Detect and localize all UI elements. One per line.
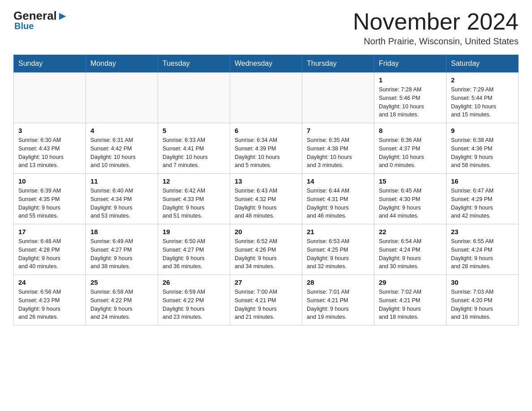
calendar-cell: 27Sunrise: 7:00 AMSunset: 4:21 PMDayligh… [230,275,302,325]
col-header-wednesday: Wednesday [230,55,302,73]
calendar-cell: 9Sunrise: 6:38 AMSunset: 4:36 PMDaylight… [446,123,519,174]
day-number: 2 [451,76,514,84]
day-number: 13 [235,177,297,185]
calendar-cell: 17Sunrise: 6:48 AMSunset: 4:28 PMDayligh… [14,224,86,275]
day-info: Sunrise: 6:36 AMSunset: 4:37 PMDaylight:… [379,136,442,170]
calendar-week-row: 17Sunrise: 6:48 AMSunset: 4:28 PMDayligh… [14,224,519,275]
calendar-cell: 3Sunrise: 6:30 AMSunset: 4:43 PMDaylight… [14,123,86,174]
day-number: 23 [451,228,514,235]
day-info: Sunrise: 6:45 AMSunset: 4:30 PMDaylight:… [379,187,442,220]
month-title: November 2024 [353,9,519,34]
logo: General ► Blue [13,9,69,31]
day-number: 19 [163,228,225,235]
calendar-cell [230,73,302,123]
day-info: Sunrise: 6:56 AMSunset: 4:23 PMDaylight:… [18,288,81,321]
calendar-cell: 8Sunrise: 6:36 AMSunset: 4:37 PMDaylight… [374,123,446,174]
day-info: Sunrise: 7:02 AMSunset: 4:21 PMDaylight:… [379,288,442,321]
calendar-week-row: 10Sunrise: 6:39 AMSunset: 4:35 PMDayligh… [14,174,519,224]
calendar-table: SundayMondayTuesdayWednesdayThursdayFrid… [13,55,519,325]
calendar-cell: 30Sunrise: 7:03 AMSunset: 4:20 PMDayligh… [446,275,519,325]
day-info: Sunrise: 6:49 AMSunset: 4:27 PMDaylight:… [90,237,153,271]
day-info: Sunrise: 6:53 AMSunset: 4:25 PMDaylight:… [307,237,369,271]
day-info: Sunrise: 6:40 AMSunset: 4:34 PMDaylight:… [90,187,153,220]
day-info: Sunrise: 6:47 AMSunset: 4:29 PMDaylight:… [451,187,514,220]
day-number: 18 [90,228,153,235]
day-info: Sunrise: 6:39 AMSunset: 4:35 PMDaylight:… [18,187,81,220]
col-header-sunday: Sunday [14,55,86,73]
calendar-cell: 23Sunrise: 6:55 AMSunset: 4:24 PMDayligh… [446,224,519,275]
calendar-cell: 12Sunrise: 6:42 AMSunset: 4:33 PMDayligh… [158,174,230,224]
location-subtitle: North Prairie, Wisconsin, United States [353,36,519,47]
day-number: 14 [307,177,369,185]
day-number: 16 [451,177,514,185]
day-number: 12 [163,177,225,185]
logo-blue-label: Blue [14,21,34,31]
day-info: Sunrise: 6:31 AMSunset: 4:42 PMDaylight:… [90,136,153,170]
day-number: 28 [307,278,369,286]
day-info: Sunrise: 6:54 AMSunset: 4:24 PMDaylight:… [379,237,442,271]
day-number: 8 [379,127,442,134]
calendar-cell: 10Sunrise: 6:39 AMSunset: 4:35 PMDayligh… [14,174,86,224]
day-info: Sunrise: 6:55 AMSunset: 4:24 PMDaylight:… [451,237,514,271]
day-number: 9 [451,127,514,134]
day-info: Sunrise: 6:52 AMSunset: 4:26 PMDaylight:… [235,237,297,271]
day-info: Sunrise: 6:33 AMSunset: 4:41 PMDaylight:… [163,136,225,170]
day-number: 26 [163,278,225,286]
col-header-monday: Monday [86,55,158,73]
day-number: 17 [18,228,81,235]
calendar-cell: 5Sunrise: 6:33 AMSunset: 4:41 PMDaylight… [158,123,230,174]
day-info: Sunrise: 7:29 AMSunset: 5:44 PMDaylight:… [451,86,514,119]
calendar-cell: 29Sunrise: 7:02 AMSunset: 4:21 PMDayligh… [374,275,446,325]
day-info: Sunrise: 6:44 AMSunset: 4:31 PMDaylight:… [307,187,369,220]
calendar-cell: 24Sunrise: 6:56 AMSunset: 4:23 PMDayligh… [14,275,86,325]
day-info: Sunrise: 7:03 AMSunset: 4:20 PMDaylight:… [451,288,514,321]
day-info: Sunrise: 6:50 AMSunset: 4:27 PMDaylight:… [163,237,225,271]
calendar-cell [158,73,230,123]
day-number: 11 [90,177,153,185]
day-number: 15 [379,177,442,185]
calendar-cell: 7Sunrise: 6:35 AMSunset: 4:38 PMDaylight… [302,123,374,174]
day-number: 30 [451,278,514,286]
day-info: Sunrise: 6:58 AMSunset: 4:22 PMDaylight:… [90,288,153,321]
calendar-cell [302,73,374,123]
day-info: Sunrise: 6:43 AMSunset: 4:32 PMDaylight:… [235,187,297,220]
day-number: 24 [18,278,81,286]
day-number: 3 [18,127,81,134]
day-info: Sunrise: 7:00 AMSunset: 4:21 PMDaylight:… [235,288,297,321]
col-header-friday: Friday [374,55,446,73]
page-header: General ► Blue November 2024 North Prair… [13,9,519,47]
day-number: 7 [307,127,369,134]
calendar-cell: 22Sunrise: 6:54 AMSunset: 4:24 PMDayligh… [374,224,446,275]
day-info: Sunrise: 6:35 AMSunset: 4:38 PMDaylight:… [307,136,369,170]
day-info: Sunrise: 6:42 AMSunset: 4:33 PMDaylight:… [163,187,225,220]
calendar-week-row: 24Sunrise: 6:56 AMSunset: 4:23 PMDayligh… [14,275,519,325]
day-number: 6 [235,127,297,134]
day-number: 22 [379,228,442,235]
day-number: 5 [163,127,225,134]
day-number: 27 [235,278,297,286]
calendar-cell: 20Sunrise: 6:52 AMSunset: 4:26 PMDayligh… [230,224,302,275]
day-info: Sunrise: 6:34 AMSunset: 4:39 PMDaylight:… [235,136,297,170]
day-number: 20 [235,228,297,235]
calendar-cell: 4Sunrise: 6:31 AMSunset: 4:42 PMDaylight… [86,123,158,174]
calendar-cell: 13Sunrise: 6:43 AMSunset: 4:32 PMDayligh… [230,174,302,224]
calendar-cell: 2Sunrise: 7:29 AMSunset: 5:44 PMDaylight… [446,73,519,123]
day-number: 25 [90,278,153,286]
day-info: Sunrise: 6:59 AMSunset: 4:22 PMDaylight:… [163,288,225,321]
calendar-cell: 18Sunrise: 6:49 AMSunset: 4:27 PMDayligh… [86,224,158,275]
day-number: 1 [379,76,442,84]
calendar-cell: 21Sunrise: 6:53 AMSunset: 4:25 PMDayligh… [302,224,374,275]
day-number: 21 [307,228,369,235]
col-header-tuesday: Tuesday [158,55,230,73]
calendar-cell: 1Sunrise: 7:28 AMSunset: 5:46 PMDaylight… [374,73,446,123]
calendar-week-row: 3Sunrise: 6:30 AMSunset: 4:43 PMDaylight… [14,123,519,174]
calendar-cell: 26Sunrise: 6:59 AMSunset: 4:22 PMDayligh… [158,275,230,325]
day-info: Sunrise: 6:30 AMSunset: 4:43 PMDaylight:… [18,136,81,170]
calendar-cell: 16Sunrise: 6:47 AMSunset: 4:29 PMDayligh… [446,174,519,224]
day-info: Sunrise: 7:28 AMSunset: 5:46 PMDaylight:… [379,86,442,119]
calendar-cell: 25Sunrise: 6:58 AMSunset: 4:22 PMDayligh… [86,275,158,325]
day-info: Sunrise: 6:38 AMSunset: 4:36 PMDaylight:… [451,136,514,170]
logo-blue-text: ► [57,9,69,23]
calendar-cell: 28Sunrise: 7:01 AMSunset: 4:21 PMDayligh… [302,275,374,325]
day-info: Sunrise: 7:01 AMSunset: 4:21 PMDaylight:… [307,288,369,321]
